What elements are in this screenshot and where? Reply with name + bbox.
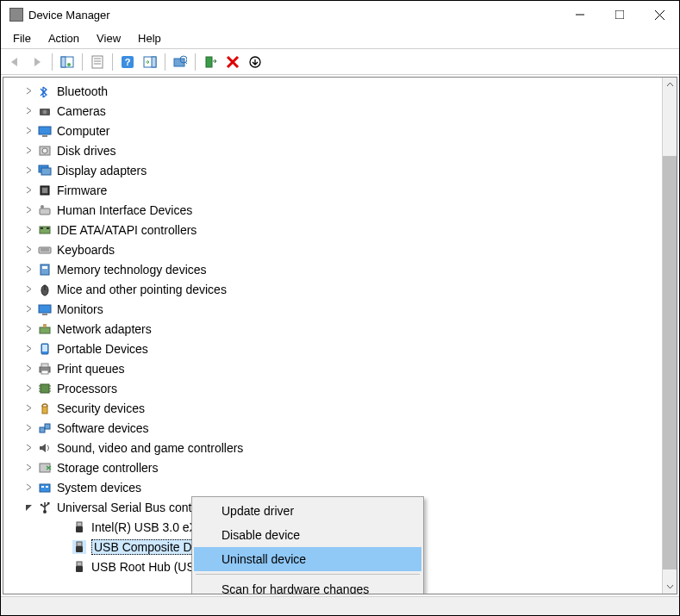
svg-rect-44 <box>39 305 51 313</box>
chevron-right-icon[interactable] <box>22 125 34 137</box>
usb-device-icon <box>72 540 86 554</box>
chevron-right-icon[interactable] <box>22 462 34 474</box>
chevron-right-icon[interactable] <box>22 244 34 256</box>
ctx-scan-hardware[interactable]: Scan for hardware changes <box>194 577 421 594</box>
toolbar: ? <box>1 49 679 75</box>
chevron-right-icon[interactable] <box>22 383 34 395</box>
svg-rect-74 <box>76 526 83 532</box>
back-button[interactable] <box>4 52 25 72</box>
svg-rect-32 <box>40 208 50 215</box>
display-icon <box>38 164 52 177</box>
tree-node-portable[interactable]: Portable Devices <box>3 339 662 358</box>
chevron-down-icon[interactable] <box>22 501 34 513</box>
forward-arrow-icon <box>30 55 44 69</box>
tree-node-security[interactable]: Security devices <box>3 398 662 418</box>
svg-rect-77 <box>77 562 82 566</box>
tree-node-storage[interactable]: Storage controllers <box>3 457 662 477</box>
forward-button[interactable] <box>27 52 47 72</box>
svg-rect-65 <box>41 486 44 488</box>
chevron-right-icon[interactable] <box>22 482 34 494</box>
tree-node-display[interactable]: Display adapters <box>3 160 662 180</box>
action-panel-button[interactable] <box>140 52 160 72</box>
tree-node-ide[interactable]: IDE ATA/ATAPI controllers <box>3 220 662 240</box>
tree-node-chip[interactable]: Firmware <box>3 180 662 200</box>
svg-rect-61 <box>40 427 45 432</box>
svg-rect-47 <box>43 324 47 327</box>
close-button[interactable] <box>639 1 679 28</box>
svg-rect-36 <box>47 227 49 229</box>
hid-icon <box>38 203 52 217</box>
printer-icon <box>38 362 52 376</box>
properties-button[interactable] <box>87 52 108 72</box>
svg-point-70 <box>41 503 43 506</box>
context-menu: Update driver Disable device Uninstall d… <box>191 496 424 594</box>
chevron-right-icon[interactable] <box>22 204 34 216</box>
ctx-disable-device[interactable]: Disable device <box>194 523 421 547</box>
help-button[interactable]: ? <box>117 52 138 72</box>
chevron-right-icon[interactable] <box>22 224 34 236</box>
tree-node-monitor[interactable]: Monitors <box>3 299 662 319</box>
tree-node-label: Sound, video and game controllers <box>57 441 243 455</box>
disable-button[interactable] <box>245 52 265 72</box>
menu-view[interactable]: View <box>88 30 129 47</box>
tree-node-cpu[interactable]: Processors <box>3 378 662 398</box>
svg-rect-72 <box>47 502 50 505</box>
menu-help[interactable]: Help <box>129 30 170 47</box>
tree-node-disk[interactable]: Disk drives <box>3 140 662 160</box>
svg-rect-31 <box>42 188 47 193</box>
tree-node-printer[interactable]: Print queues <box>3 358 662 378</box>
tree-node-label: Processors <box>57 382 117 395</box>
chevron-right-icon[interactable] <box>22 165 34 177</box>
tree-node-network[interactable]: Network adapters <box>3 319 662 339</box>
ctx-update-driver[interactable]: Update driver <box>194 499 421 523</box>
chevron-right-icon[interactable] <box>22 402 34 414</box>
tree-node-keyboard[interactable]: Keyboards <box>3 240 662 259</box>
scroll-down-button[interactable] <box>663 579 677 594</box>
usb-icon <box>38 501 52 514</box>
chevron-right-icon[interactable] <box>22 283 34 296</box>
chevron-right-icon[interactable] <box>22 442 34 454</box>
show-hide-tree-button[interactable] <box>57 52 78 72</box>
ctx-uninstall-device[interactable]: Uninstall device <box>194 547 421 571</box>
scroll-up-button[interactable] <box>663 78 677 92</box>
tree-node-software[interactable]: Software devices <box>3 418 662 438</box>
tree-node-system[interactable]: System devices <box>3 477 662 497</box>
svg-rect-60 <box>42 407 47 414</box>
scroll-thumb[interactable] <box>663 156 677 569</box>
menu-file[interactable]: File <box>4 30 40 47</box>
chevron-right-icon[interactable] <box>22 184 34 196</box>
uninstall-button[interactable] <box>222 52 243 72</box>
chevron-right-icon[interactable] <box>22 85 34 97</box>
chevron-right-icon[interactable] <box>22 363 34 375</box>
tree-node-mouse[interactable]: Mice and other pointing devices <box>3 279 662 299</box>
svg-rect-35 <box>41 227 43 229</box>
svg-rect-40 <box>41 264 49 275</box>
scan-button[interactable] <box>170 52 190 72</box>
tree-node-memory[interactable]: Memory technology devices <box>3 259 662 279</box>
ide-icon <box>38 223 52 237</box>
update-driver-button[interactable] <box>200 52 221 72</box>
software-icon <box>38 421 52 435</box>
tree-node-monitor[interactable]: Computer <box>3 121 662 140</box>
chevron-right-icon[interactable] <box>22 422 34 434</box>
maximize-button[interactable] <box>600 1 639 28</box>
chevron-right-icon[interactable] <box>22 323 34 335</box>
chevron-right-icon[interactable] <box>22 303 34 315</box>
tree-node-sound[interactable]: Sound, video and game controllers <box>3 438 662 457</box>
maximize-icon <box>615 10 624 19</box>
scroll-track[interactable] <box>663 92 677 579</box>
update-driver-icon <box>203 55 217 69</box>
minimize-button[interactable] <box>560 1 600 28</box>
chevron-right-icon[interactable] <box>22 264 34 276</box>
svg-rect-29 <box>41 168 51 175</box>
tree-node-hid[interactable]: Human Interface Devices <box>3 200 662 220</box>
tree-node-bluetooth[interactable]: Bluetooth <box>3 81 662 101</box>
chevron-right-icon[interactable] <box>22 343 34 355</box>
tree-node-camera[interactable]: Cameras <box>3 101 662 121</box>
monitor-icon <box>38 124 52 138</box>
chevron-right-icon[interactable] <box>22 105 34 117</box>
vertical-scrollbar[interactable] <box>662 78 677 594</box>
chevron-right-icon[interactable] <box>22 145 34 157</box>
menu-action[interactable]: Action <box>40 30 88 47</box>
svg-rect-62 <box>45 424 50 429</box>
